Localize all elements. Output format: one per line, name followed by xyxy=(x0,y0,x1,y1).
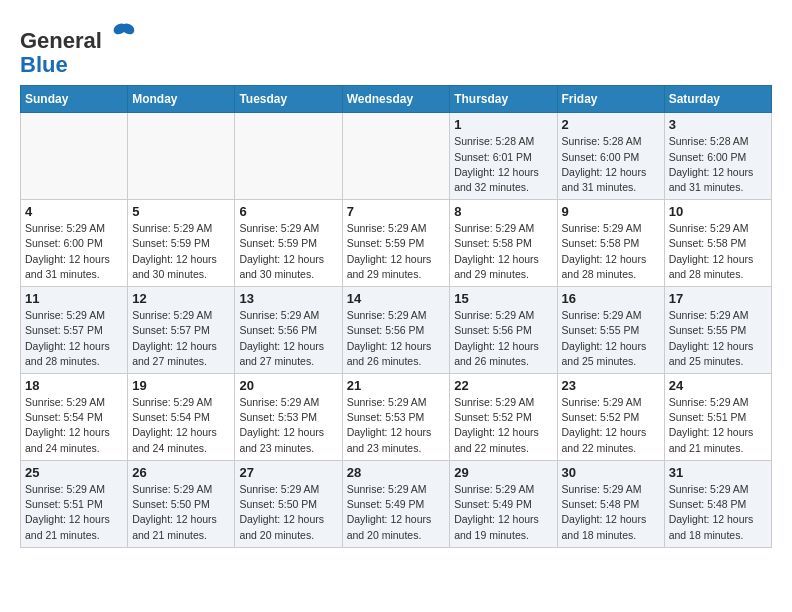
calendar-table: SundayMondayTuesdayWednesdayThursdayFrid… xyxy=(20,85,772,547)
day-info: Sunrise: 5:29 AM Sunset: 5:55 PM Dayligh… xyxy=(562,308,660,369)
day-info: Sunrise: 5:29 AM Sunset: 5:52 PM Dayligh… xyxy=(454,395,552,456)
day-number: 16 xyxy=(562,291,660,306)
calendar-cell: 1Sunrise: 5:28 AM Sunset: 6:01 PM Daylig… xyxy=(450,113,557,200)
day-number: 10 xyxy=(669,204,767,219)
day-number: 11 xyxy=(25,291,123,306)
day-info: Sunrise: 5:29 AM Sunset: 5:58 PM Dayligh… xyxy=(454,221,552,282)
calendar-cell: 21Sunrise: 5:29 AM Sunset: 5:53 PM Dayli… xyxy=(342,374,450,461)
day-info: Sunrise: 5:29 AM Sunset: 5:58 PM Dayligh… xyxy=(669,221,767,282)
weekday-header-row: SundayMondayTuesdayWednesdayThursdayFrid… xyxy=(21,86,772,113)
day-number: 9 xyxy=(562,204,660,219)
day-number: 17 xyxy=(669,291,767,306)
calendar-cell: 27Sunrise: 5:29 AM Sunset: 5:50 PM Dayli… xyxy=(235,460,342,547)
day-number: 8 xyxy=(454,204,552,219)
day-info: Sunrise: 5:29 AM Sunset: 5:54 PM Dayligh… xyxy=(132,395,230,456)
calendar-cell: 2Sunrise: 5:28 AM Sunset: 6:00 PM Daylig… xyxy=(557,113,664,200)
day-info: Sunrise: 5:29 AM Sunset: 5:56 PM Dayligh… xyxy=(454,308,552,369)
calendar-header: SundayMondayTuesdayWednesdayThursdayFrid… xyxy=(21,86,772,113)
day-number: 7 xyxy=(347,204,446,219)
day-info: Sunrise: 5:29 AM Sunset: 5:56 PM Dayligh… xyxy=(347,308,446,369)
day-number: 14 xyxy=(347,291,446,306)
day-number: 19 xyxy=(132,378,230,393)
day-number: 26 xyxy=(132,465,230,480)
calendar-cell: 12Sunrise: 5:29 AM Sunset: 5:57 PM Dayli… xyxy=(128,287,235,374)
day-number: 31 xyxy=(669,465,767,480)
calendar-cell: 19Sunrise: 5:29 AM Sunset: 5:54 PM Dayli… xyxy=(128,374,235,461)
calendar-week-3: 11Sunrise: 5:29 AM Sunset: 5:57 PM Dayli… xyxy=(21,287,772,374)
calendar-cell: 20Sunrise: 5:29 AM Sunset: 5:53 PM Dayli… xyxy=(235,374,342,461)
calendar-cell: 17Sunrise: 5:29 AM Sunset: 5:55 PM Dayli… xyxy=(664,287,771,374)
logo-bird-icon xyxy=(110,20,138,48)
calendar-cell xyxy=(21,113,128,200)
day-number: 21 xyxy=(347,378,446,393)
day-info: Sunrise: 5:28 AM Sunset: 6:01 PM Dayligh… xyxy=(454,134,552,195)
day-number: 15 xyxy=(454,291,552,306)
logo: General Blue xyxy=(20,20,138,77)
day-info: Sunrise: 5:29 AM Sunset: 5:49 PM Dayligh… xyxy=(454,482,552,543)
calendar-cell: 16Sunrise: 5:29 AM Sunset: 5:55 PM Dayli… xyxy=(557,287,664,374)
calendar-cell: 24Sunrise: 5:29 AM Sunset: 5:51 PM Dayli… xyxy=(664,374,771,461)
weekday-wednesday: Wednesday xyxy=(342,86,450,113)
day-info: Sunrise: 5:29 AM Sunset: 5:59 PM Dayligh… xyxy=(239,221,337,282)
day-info: Sunrise: 5:29 AM Sunset: 5:49 PM Dayligh… xyxy=(347,482,446,543)
day-number: 30 xyxy=(562,465,660,480)
day-info: Sunrise: 5:29 AM Sunset: 5:48 PM Dayligh… xyxy=(562,482,660,543)
day-info: Sunrise: 5:29 AM Sunset: 5:57 PM Dayligh… xyxy=(25,308,123,369)
day-info: Sunrise: 5:28 AM Sunset: 6:00 PM Dayligh… xyxy=(669,134,767,195)
day-number: 13 xyxy=(239,291,337,306)
calendar-cell: 10Sunrise: 5:29 AM Sunset: 5:58 PM Dayli… xyxy=(664,200,771,287)
day-info: Sunrise: 5:29 AM Sunset: 5:56 PM Dayligh… xyxy=(239,308,337,369)
calendar-cell: 7Sunrise: 5:29 AM Sunset: 5:59 PM Daylig… xyxy=(342,200,450,287)
day-info: Sunrise: 5:29 AM Sunset: 5:54 PM Dayligh… xyxy=(25,395,123,456)
weekday-tuesday: Tuesday xyxy=(235,86,342,113)
weekday-monday: Monday xyxy=(128,86,235,113)
day-number: 29 xyxy=(454,465,552,480)
day-number: 23 xyxy=(562,378,660,393)
calendar-cell: 30Sunrise: 5:29 AM Sunset: 5:48 PM Dayli… xyxy=(557,460,664,547)
day-number: 12 xyxy=(132,291,230,306)
calendar-cell: 9Sunrise: 5:29 AM Sunset: 5:58 PM Daylig… xyxy=(557,200,664,287)
day-info: Sunrise: 5:29 AM Sunset: 5:50 PM Dayligh… xyxy=(239,482,337,543)
calendar-cell: 14Sunrise: 5:29 AM Sunset: 5:56 PM Dayli… xyxy=(342,287,450,374)
calendar-cell xyxy=(128,113,235,200)
day-number: 3 xyxy=(669,117,767,132)
logo-blue: Blue xyxy=(20,52,68,77)
day-number: 25 xyxy=(25,465,123,480)
calendar-week-5: 25Sunrise: 5:29 AM Sunset: 5:51 PM Dayli… xyxy=(21,460,772,547)
calendar-cell: 22Sunrise: 5:29 AM Sunset: 5:52 PM Dayli… xyxy=(450,374,557,461)
weekday-friday: Friday xyxy=(557,86,664,113)
day-number: 24 xyxy=(669,378,767,393)
day-info: Sunrise: 5:29 AM Sunset: 5:52 PM Dayligh… xyxy=(562,395,660,456)
day-number: 6 xyxy=(239,204,337,219)
day-number: 27 xyxy=(239,465,337,480)
calendar-cell: 13Sunrise: 5:29 AM Sunset: 5:56 PM Dayli… xyxy=(235,287,342,374)
calendar-cell xyxy=(342,113,450,200)
day-number: 20 xyxy=(239,378,337,393)
calendar-cell: 11Sunrise: 5:29 AM Sunset: 5:57 PM Dayli… xyxy=(21,287,128,374)
day-info: Sunrise: 5:29 AM Sunset: 5:55 PM Dayligh… xyxy=(669,308,767,369)
day-info: Sunrise: 5:29 AM Sunset: 5:58 PM Dayligh… xyxy=(562,221,660,282)
day-info: Sunrise: 5:29 AM Sunset: 5:59 PM Dayligh… xyxy=(347,221,446,282)
calendar-cell: 5Sunrise: 5:29 AM Sunset: 5:59 PM Daylig… xyxy=(128,200,235,287)
day-info: Sunrise: 5:29 AM Sunset: 5:50 PM Dayligh… xyxy=(132,482,230,543)
day-number: 2 xyxy=(562,117,660,132)
weekday-saturday: Saturday xyxy=(664,86,771,113)
day-info: Sunrise: 5:29 AM Sunset: 5:51 PM Dayligh… xyxy=(25,482,123,543)
day-number: 18 xyxy=(25,378,123,393)
day-info: Sunrise: 5:28 AM Sunset: 6:00 PM Dayligh… xyxy=(562,134,660,195)
day-info: Sunrise: 5:29 AM Sunset: 5:53 PM Dayligh… xyxy=(239,395,337,456)
calendar-cell xyxy=(235,113,342,200)
day-number: 1 xyxy=(454,117,552,132)
page-header: General Blue xyxy=(20,20,772,77)
calendar-cell: 29Sunrise: 5:29 AM Sunset: 5:49 PM Dayli… xyxy=(450,460,557,547)
day-info: Sunrise: 5:29 AM Sunset: 5:48 PM Dayligh… xyxy=(669,482,767,543)
calendar-week-1: 1Sunrise: 5:28 AM Sunset: 6:01 PM Daylig… xyxy=(21,113,772,200)
calendar-cell: 3Sunrise: 5:28 AM Sunset: 6:00 PM Daylig… xyxy=(664,113,771,200)
calendar-week-4: 18Sunrise: 5:29 AM Sunset: 5:54 PM Dayli… xyxy=(21,374,772,461)
calendar-cell: 31Sunrise: 5:29 AM Sunset: 5:48 PM Dayli… xyxy=(664,460,771,547)
calendar-cell: 6Sunrise: 5:29 AM Sunset: 5:59 PM Daylig… xyxy=(235,200,342,287)
day-number: 4 xyxy=(25,204,123,219)
day-number: 28 xyxy=(347,465,446,480)
day-info: Sunrise: 5:29 AM Sunset: 5:57 PM Dayligh… xyxy=(132,308,230,369)
day-info: Sunrise: 5:29 AM Sunset: 5:53 PM Dayligh… xyxy=(347,395,446,456)
